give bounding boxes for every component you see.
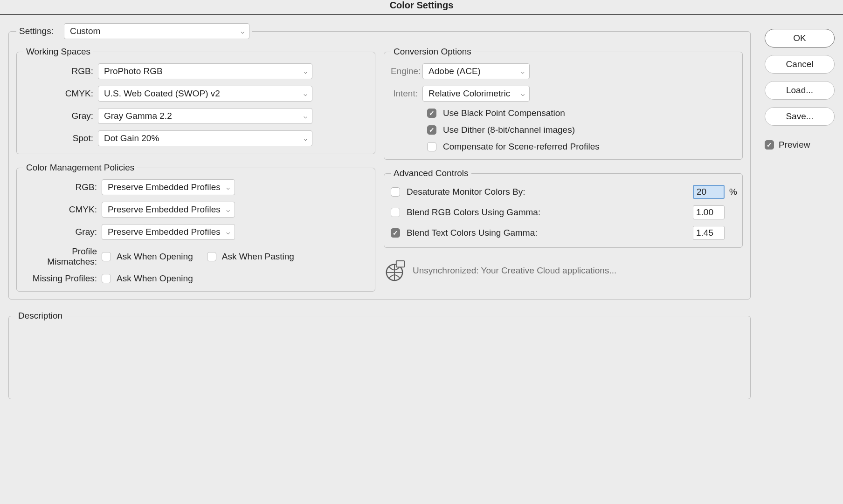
ws-rgb-value: ProPhoto RGB xyxy=(104,66,163,76)
chevron-down-icon: ⌵ xyxy=(304,112,307,120)
profile-mismatches-label: Profile Mismatches: xyxy=(23,246,102,267)
blend-text-checkbox[interactable] xyxy=(391,228,400,238)
chevron-down-icon: ⌵ xyxy=(304,135,307,142)
save-button[interactable]: Save... xyxy=(765,107,835,126)
preview-label: Preview xyxy=(779,140,810,150)
ws-cmyk-value: U.S. Web Coated (SWOP) v2 xyxy=(104,89,220,99)
blend-rgb-value: 1.00 xyxy=(696,207,713,218)
svg-rect-1 xyxy=(396,261,404,267)
settings-fieldset: Settings: Custom ⌵ Working Spaces RGB: xyxy=(8,23,751,300)
ws-cmyk-label: CMYK: xyxy=(23,89,98,99)
pol-rgb-value: Preserve Embedded Profiles xyxy=(108,182,221,192)
cancel-button[interactable]: Cancel xyxy=(765,55,835,74)
sync-status: Unsynchronized: Your Creative Cloud appl… xyxy=(384,260,743,281)
chevron-down-icon: ⌵ xyxy=(304,90,307,97)
settings-select[interactable]: Custom ⌵ xyxy=(64,23,249,39)
pol-gray-label: Gray: xyxy=(23,227,102,237)
mismatch-open-label: Ask When Opening xyxy=(111,252,207,262)
scene-checkbox[interactable] xyxy=(427,142,436,151)
chevron-down-icon: ⌵ xyxy=(304,68,307,75)
settings-label: Settings: xyxy=(19,26,58,36)
ws-gray-label: Gray: xyxy=(23,111,98,121)
working-spaces-fieldset: Working Spaces RGB: ProPhoto RGB ⌵ CMYK: xyxy=(16,47,375,154)
missing-open-checkbox[interactable] xyxy=(102,274,111,283)
engine-select[interactable]: Adobe (ACE) ⌵ xyxy=(422,63,530,79)
pol-cmyk-select[interactable]: Preserve Embedded Profiles ⌵ xyxy=(102,202,235,218)
ws-cmyk-select[interactable]: U.S. Web Coated (SWOP) v2 ⌵ xyxy=(98,86,312,102)
chevron-down-icon: ⌵ xyxy=(226,228,230,236)
sync-status-text: Unsynchronized: Your Creative Cloud appl… xyxy=(413,266,616,276)
ws-rgb-select[interactable]: ProPhoto RGB ⌵ xyxy=(98,63,312,79)
pol-cmyk-value: Preserve Embedded Profiles xyxy=(108,204,221,215)
pol-cmyk-label: CMYK: xyxy=(23,204,102,215)
load-button[interactable]: Load... xyxy=(765,81,835,100)
scene-label: Compensate for Scene-referred Profiles xyxy=(443,142,600,152)
intent-value: Relative Colorimetric xyxy=(428,89,510,99)
chevron-down-icon: ⌵ xyxy=(241,27,244,35)
pol-rgb-label: RGB: xyxy=(23,182,102,192)
ws-spot-label: Spot: xyxy=(23,133,98,143)
intent-label: Intent: xyxy=(391,89,422,99)
desat-suffix: % xyxy=(725,187,736,197)
blend-rgb-input[interactable]: 1.00 xyxy=(693,205,725,219)
advanced-legend: Advanced Controls xyxy=(391,168,471,178)
desat-input[interactable]: 20 xyxy=(693,185,725,199)
conversion-legend: Conversion Options xyxy=(391,47,474,57)
globe-icon xyxy=(384,260,405,281)
ws-gray-select[interactable]: Gray Gamma 2.2 ⌵ xyxy=(98,108,312,124)
pol-gray-value: Preserve Embedded Profiles xyxy=(108,227,221,237)
ws-gray-value: Gray Gamma 2.2 xyxy=(104,111,172,121)
blend-rgb-label: Blend RGB Colors Using Gamma: xyxy=(400,207,693,218)
conversion-fieldset: Conversion Options Engine: Adobe (ACE) ⌵… xyxy=(384,47,743,160)
preview-checkbox[interactable] xyxy=(765,140,774,150)
missing-profiles-label: Missing Profiles: xyxy=(23,273,102,284)
policies-legend: Color Management Policies xyxy=(23,163,137,173)
engine-label: Engine: xyxy=(391,66,422,76)
ws-spot-select[interactable]: Dot Gain 20% ⌵ xyxy=(98,130,312,146)
blend-rgb-checkbox[interactable] xyxy=(391,208,400,217)
pol-rgb-select[interactable]: Preserve Embedded Profiles ⌵ xyxy=(102,179,235,195)
intent-select[interactable]: Relative Colorimetric ⌵ xyxy=(422,86,530,102)
chevron-down-icon: ⌵ xyxy=(226,184,230,191)
dither-checkbox[interactable] xyxy=(427,125,436,135)
bpc-label: Use Black Point Compensation xyxy=(443,108,565,118)
chevron-down-icon: ⌵ xyxy=(226,206,230,213)
chevron-down-icon: ⌵ xyxy=(521,68,525,75)
dialog-title: Color Settings xyxy=(0,0,843,15)
pol-gray-select[interactable]: Preserve Embedded Profiles ⌵ xyxy=(102,224,235,240)
description-legend: Description xyxy=(15,311,65,321)
settings-value: Custom xyxy=(70,26,100,36)
advanced-fieldset: Advanced Controls Desaturate Monitor Col… xyxy=(384,168,743,248)
desat-checkbox[interactable] xyxy=(391,187,400,197)
blend-text-input[interactable]: 1.45 xyxy=(693,226,725,240)
policies-fieldset: Color Management Policies RGB: Preserve … xyxy=(16,163,375,292)
missing-open-label: Ask When Opening xyxy=(111,273,193,284)
chevron-down-icon: ⌵ xyxy=(521,90,525,97)
dither-label: Use Dither (8-bit/channel images) xyxy=(443,125,575,135)
mismatch-paste-label: Ask When Pasting xyxy=(216,252,294,262)
desat-value: 20 xyxy=(697,187,706,197)
ws-rgb-label: RGB: xyxy=(23,66,98,76)
desat-label: Desaturate Monitor Colors By: xyxy=(400,187,693,197)
ok-button[interactable]: OK xyxy=(765,29,835,48)
mismatch-open-checkbox[interactable] xyxy=(102,252,111,261)
bpc-checkbox[interactable] xyxy=(427,109,436,118)
ws-spot-value: Dot Gain 20% xyxy=(104,133,159,143)
blend-text-label: Blend Text Colors Using Gamma: xyxy=(400,228,693,238)
mismatch-paste-checkbox[interactable] xyxy=(207,252,216,261)
description-fieldset: Description xyxy=(8,311,751,399)
working-spaces-legend: Working Spaces xyxy=(23,47,93,57)
engine-value: Adobe (ACE) xyxy=(428,66,481,76)
blend-text-value: 1.45 xyxy=(696,228,713,238)
